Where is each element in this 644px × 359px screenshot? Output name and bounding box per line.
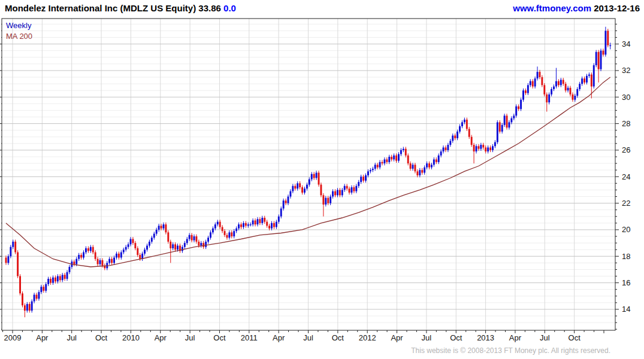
svg-text:34: 34 — [622, 39, 630, 48]
svg-text:Oct: Oct — [450, 333, 462, 342]
svg-text:Jul: Jul — [185, 333, 195, 342]
svg-text:2009: 2009 — [4, 333, 22, 342]
svg-text:Jul: Jul — [422, 333, 432, 342]
chart-date: 2013-12-16 — [594, 3, 640, 13]
last-price: 33.86 — [198, 3, 221, 13]
svg-text:32: 32 — [622, 66, 630, 75]
svg-text:Apr: Apr — [509, 333, 522, 342]
price-change: 0.0 — [223, 3, 236, 13]
svg-text:2013: 2013 — [477, 333, 494, 342]
svg-text:Jul: Jul — [540, 333, 550, 342]
vertical-gridlines — [13, 19, 575, 330]
svg-text:14: 14 — [622, 305, 630, 314]
svg-text:Apr: Apr — [273, 333, 285, 342]
legend-ma200-label: MA 200 — [6, 31, 32, 42]
svg-text:16: 16 — [622, 278, 630, 287]
svg-text:2011: 2011 — [241, 333, 258, 342]
x-axis-labels: 2009AprJulOct2010AprJulOct2011AprJulOct2… — [4, 333, 581, 342]
svg-text:20: 20 — [622, 225, 630, 234]
chart-title: Mondelez International Inc (MDLZ US Equi… — [5, 3, 236, 13]
svg-text:2010: 2010 — [122, 333, 140, 342]
svg-text:Jul: Jul — [303, 333, 313, 342]
svg-text:2012: 2012 — [359, 333, 376, 342]
y-axis-labels: 1416182022242628303234 — [622, 39, 630, 314]
svg-text:Oct: Oct — [332, 333, 344, 342]
svg-text:Oct: Oct — [569, 333, 581, 342]
svg-text:Oct: Oct — [213, 333, 226, 342]
svg-text:26: 26 — [622, 145, 630, 154]
svg-text:Apr: Apr — [36, 333, 49, 342]
svg-text:Apr: Apr — [391, 333, 403, 342]
chart-legend: Weekly MA 200 — [6, 20, 32, 42]
header-right: www.ftmoney.com 2013-12-16 — [513, 3, 640, 13]
svg-text:18: 18 — [622, 252, 630, 261]
ftmoney-link[interactable]: www.ftmoney.com — [513, 3, 591, 13]
instrument-name: Mondelez International Inc (MDLZ US Equi… — [5, 3, 196, 13]
svg-text:28: 28 — [622, 119, 630, 128]
svg-text:Apr: Apr — [155, 333, 167, 342]
legend-weekly-label: Weekly — [6, 20, 32, 31]
svg-text:24: 24 — [622, 172, 630, 181]
svg-text:Oct: Oct — [95, 333, 108, 342]
copyright-text: This website is © 2008-2013 FT Money plc… — [411, 346, 610, 355]
price-chart-canvas: 14161820222426283032342009AprJulOct2010A… — [0, 0, 644, 359]
svg-text:22: 22 — [622, 199, 630, 208]
svg-text:30: 30 — [622, 93, 630, 102]
svg-text:Jul: Jul — [66, 333, 77, 342]
chart-header: Mondelez International Inc (MDLZ US Equi… — [0, 2, 644, 16]
